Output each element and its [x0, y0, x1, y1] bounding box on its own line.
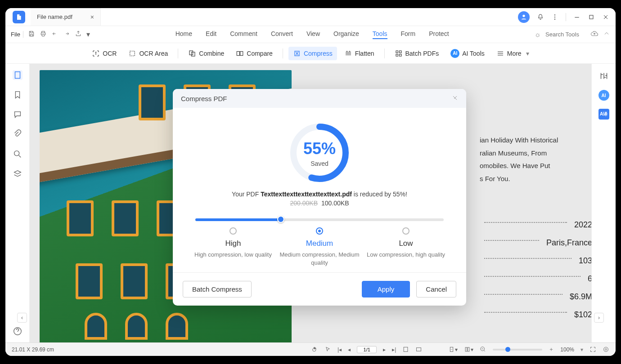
translate-sidebar-icon[interactable]: A译 — [598, 109, 609, 120]
menu-convert[interactable]: Convert — [271, 30, 293, 39]
search-icon[interactable] — [13, 149, 22, 159]
compression-options: HighHigh compression, low qualityMediumM… — [185, 227, 454, 267]
data-row: $102 — [484, 306, 591, 324]
compression-option-medium[interactable]: MediumMedium compression, Medium quality — [277, 227, 362, 267]
menu-organize[interactable]: Organize — [333, 30, 359, 39]
modal-close-icon[interactable] — [452, 95, 458, 102]
svg-rect-9 — [237, 51, 240, 55]
data-row: $6.9M — [484, 288, 591, 306]
ocr-button[interactable]: OCR — [87, 47, 121, 60]
menu-form[interactable]: Form — [401, 30, 416, 39]
collapse-left-icon[interactable]: ‹ — [17, 313, 27, 323]
first-page-icon[interactable]: |◂ — [338, 346, 342, 353]
flatten-button[interactable]: Flatten — [340, 47, 379, 60]
progress-ring: 55% Saved — [288, 121, 351, 184]
lightbulb-icon: ☼ — [534, 31, 541, 39]
menu-comment[interactable]: Comment — [230, 30, 257, 39]
menu-tools[interactable]: Tools — [373, 30, 387, 39]
batch-pdfs-button[interactable]: Batch PDFs — [390, 47, 444, 60]
fit-page-icon[interactable] — [402, 346, 409, 353]
account-avatar-icon[interactable] — [518, 11, 530, 23]
collapse-right-icon[interactable]: › — [594, 313, 604, 323]
close-tab-icon[interactable]: × — [90, 13, 94, 21]
ai-sidebar-icon[interactable]: AI — [598, 90, 609, 101]
hand-tool-icon[interactable] — [311, 346, 318, 353]
prev-page-icon[interactable]: ◂ — [348, 346, 351, 353]
compression-option-low[interactable]: LowLow compression, high quality — [363, 227, 449, 267]
slider-thumb[interactable] — [277, 216, 284, 223]
file-menu[interactable]: File — [11, 31, 23, 38]
next-page-icon[interactable]: ▸ — [383, 346, 386, 353]
attachments-icon[interactable] — [13, 129, 22, 139]
data-row: 2022 — [484, 216, 591, 234]
app-logo[interactable] — [13, 11, 25, 23]
svg-point-3 — [554, 18, 555, 19]
undo-icon[interactable] — [51, 30, 58, 39]
notifications-icon[interactable] — [537, 13, 544, 21]
search-tools-input[interactable] — [545, 31, 586, 38]
more-button[interactable]: More▾ — [492, 47, 534, 60]
radio-icon[interactable] — [230, 227, 237, 235]
svg-rect-5 — [590, 15, 593, 19]
help-icon[interactable] — [13, 326, 22, 336]
minimize-icon[interactable] — [573, 13, 580, 21]
left-sidebar — [5, 64, 30, 342]
compare-button[interactable]: Compare — [231, 47, 277, 60]
reduce-summary: Your PDF Texttexttexttexttexttexttext.pd… — [185, 191, 454, 198]
compress-modal: Compress PDF 55% Saved Your PDF Texttext… — [173, 89, 466, 306]
print-icon[interactable] — [40, 30, 47, 39]
select-tool-icon[interactable] — [324, 346, 331, 353]
zoom-slider[interactable] — [493, 349, 542, 351]
properties-icon[interactable] — [598, 70, 610, 82]
ocr-area-button[interactable]: OCR Area — [124, 47, 172, 60]
apply-button[interactable]: Apply — [362, 281, 410, 297]
layers-icon[interactable] — [13, 169, 22, 179]
close-window-icon[interactable] — [602, 13, 609, 21]
cancel-button[interactable]: Cancel — [416, 281, 456, 297]
scroll-mode-icon[interactable]: ▾ — [448, 346, 458, 353]
status-bar: 21.01 X 29.69 cm |◂ ◂ ▸ ▸| ▾ ▾ ＋ 100%▾ — [5, 342, 616, 356]
thumbnails-icon[interactable] — [13, 70, 22, 80]
compression-slider[interactable] — [195, 218, 444, 221]
page-number-input[interactable] — [357, 346, 377, 353]
compression-option-high[interactable]: HighHigh compression, low quality — [190, 227, 276, 267]
compress-button[interactable]: Compress — [288, 47, 337, 60]
kebab-menu-icon[interactable] — [551, 13, 558, 21]
bookmarks-icon[interactable] — [13, 90, 22, 100]
share-icon[interactable] — [75, 30, 82, 39]
svg-rect-14 — [399, 54, 401, 56]
radio-icon[interactable] — [316, 227, 323, 235]
progress-percent: 55% — [288, 139, 351, 158]
menu-protect[interactable]: Protect — [429, 30, 449, 39]
zoom-in-icon[interactable]: ＋ — [549, 346, 554, 353]
fullscreen-icon[interactable] — [590, 346, 596, 353]
document-tab[interactable]: File name.pdf × — [31, 8, 101, 26]
page-dimensions: 21.01 X 29.69 cm — [12, 346, 54, 353]
app-window: File name.pdf × File ▾ HomeEditComment — [5, 8, 616, 356]
combine-button[interactable]: Combine — [184, 47, 229, 60]
redo-icon[interactable] — [63, 30, 70, 39]
menu-view[interactable]: View — [306, 30, 320, 39]
title-bar: File name.pdf × — [5, 8, 616, 26]
reading-mode-icon[interactable] — [603, 346, 609, 353]
fit-width-icon[interactable] — [415, 346, 422, 353]
menu-home[interactable]: Home — [176, 30, 192, 39]
last-page-icon[interactable]: ▸| — [392, 346, 396, 353]
zoom-out-icon[interactable] — [480, 346, 486, 353]
ai-tools-button[interactable]: AIAI Tools — [446, 46, 489, 61]
batch-compress-button[interactable]: Batch Compress — [183, 281, 252, 297]
save-icon[interactable] — [28, 30, 35, 39]
radio-icon[interactable] — [402, 227, 410, 235]
menu-edit[interactable]: Edit — [206, 30, 216, 39]
collapse-ribbon-icon[interactable] — [603, 30, 610, 39]
cloud-upload-icon[interactable] — [590, 30, 598, 40]
data-row: 103 — [484, 252, 591, 270]
page-display-icon[interactable]: ▾ — [464, 346, 473, 353]
svg-point-16 — [14, 151, 19, 156]
maximize-icon[interactable] — [588, 13, 595, 21]
comments-icon[interactable] — [13, 110, 22, 120]
svg-point-0 — [522, 14, 525, 17]
dropdown-icon[interactable]: ▾ — [86, 30, 90, 39]
svg-rect-6 — [130, 51, 135, 56]
right-sidebar: AI A译 — [591, 64, 616, 342]
